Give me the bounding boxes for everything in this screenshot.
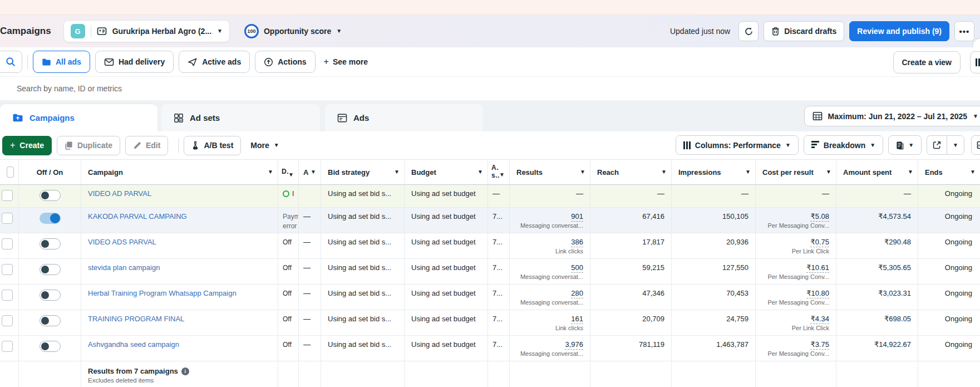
chevron-down-icon: ▼ [870,143,875,148]
actions-toolbar: + Create Duplicate Edit A/B test More ▼ … [0,131,980,159]
row-checkbox[interactable] [2,264,13,275]
edit-button[interactable]: Edit [125,136,168,155]
campaign-link[interactable]: KAKODA PARVAL CAMPAING [88,212,187,221]
campaign-link[interactable]: TRAINING PROGRAM FINAL [88,315,184,323]
col-bid-strategy[interactable]: Bid strategy▼ [321,160,405,184]
pencil-icon [133,141,141,150]
info-icon[interactable]: i [181,368,189,375]
col-delivery[interactable]: D…▼ [278,160,299,184]
sliders-icon [976,58,980,66]
open-external-icon [933,141,941,149]
campaign-link[interactable]: stevida plan campaign [88,263,160,272]
ab-test-button[interactable]: A/B test [184,136,241,155]
col-cost-per-result[interactable]: Cost per result▼ [756,160,836,184]
tab-campaigns[interactable]: Campaigns [0,104,157,131]
table-row: VIDEO ADS PARVAL Off — Using ad set bid … [0,233,980,259]
select-all-checkbox[interactable] [7,166,14,178]
filter-active-ads[interactable]: Active ads [179,51,250,73]
col-amount-spent[interactable]: Amount spent▼ [836,160,918,184]
see-more-filters[interactable]: + See more [324,57,368,67]
search-filter-button[interactable] [0,51,22,73]
filter-actions[interactable]: Actions [255,51,315,73]
sort-caret-icon: ▼ [970,169,976,175]
account-selector[interactable]: G Gurukripa Herbal Agro (2... ▼ [63,20,230,42]
export-split-button: ▼ [927,135,964,155]
col-reach[interactable]: Reach▼ [590,160,672,184]
campaign-toggle[interactable] [40,213,61,224]
row-checkbox[interactable] [2,315,13,326]
campaign-toggle[interactable] [40,238,61,249]
export-options-button[interactable]: ▼ [947,136,964,154]
chevron-down-icon: ▼ [336,28,342,34]
refresh-button[interactable] [738,21,759,41]
opportunity-score[interactable]: 100 Opportunity score ▼ [244,24,342,38]
export-button[interactable] [927,136,947,154]
tab-ads[interactable]: Ads [325,104,482,131]
account-name: Gurukripa Herbal Agro (2... [112,27,211,36]
chevron-down-icon: ▼ [908,143,914,148]
sort-caret-icon: ▼ [908,169,913,175]
col-off-on: Off / On [19,160,81,184]
discard-drafts-button[interactable]: Discard drafts [764,21,844,41]
tab-ad-sets[interactable]: Ad sets [161,104,320,131]
search-table-button-partial[interactable] [971,135,980,155]
filter-all-ads[interactable]: All ads [33,51,90,73]
search-icon [6,57,16,67]
col-ends[interactable]: Ends▼ [918,160,980,184]
campaign-toggle[interactable] [40,290,61,301]
campaign-link[interactable]: Ashvgandha seed campaign [88,340,179,349]
review-and-publish-button[interactable]: Review and publish (9) [849,21,949,41]
col-impressions[interactable]: Impressions▼ [672,160,756,184]
circle-arrow-icon [264,57,273,67]
campaign-toggle[interactable] [40,341,61,352]
sort-caret-icon: ▼ [311,169,316,175]
table-row: Herbal Training Program Whatsapp Campaig… [0,285,980,310]
breakdown-button[interactable]: Breakdown ▼ [804,135,883,155]
breakdown-icon [811,141,819,149]
reports-button[interactable]: ▼ [888,135,922,155]
sort-caret-icon: ▼ [394,169,400,175]
row-checkbox[interactable] [2,213,13,224]
campaign-link[interactable]: VIDEO ADS PARVAL [88,238,156,246]
campaign-toggle[interactable] [40,315,61,326]
campaign-link[interactable]: Herbal Training Program Whatsapp Campaig… [88,289,237,297]
columns-button[interactable]: Columns: Performance ▼ [676,135,799,155]
ellipsis-icon: ••• [959,27,970,36]
more-button[interactable]: More ▼ [246,136,283,155]
date-range-selector[interactable]: Maximum: Jun 21, 2022 – Jul 21, 2025 ▼ [804,106,980,126]
col-attribution[interactable]: A… s…▼ [488,160,510,184]
create-view-button[interactable]: Create a view [893,51,961,74]
table-row: TRAINING PROGRAM FINAL Off — Using ad se… [0,310,980,336]
sort-caret-icon: ▼ [826,169,831,175]
row-checkbox[interactable] [2,290,13,301]
campaign-toggle[interactable] [40,264,61,275]
app-header: Campaigns G Gurukripa Herbal Agro (2... … [0,15,980,47]
campaign-link[interactable]: VIDEO AD PARVAL [88,189,151,198]
create-button[interactable]: + Create [2,136,52,155]
duplicate-button[interactable]: Duplicate [57,136,120,155]
results-note: Excludes deleted items [88,377,271,384]
table-row: KAKODA PARVAL CAMPAING Paym error — Usin… [0,208,980,233]
sort-caret-icon: ▼ [499,172,505,178]
view-settings-button-partial[interactable] [970,51,980,74]
col-results[interactable]: Results▼ [510,160,590,184]
filter-had-delivery[interactable]: Had delivery [95,51,174,73]
row-checkbox[interactable] [2,190,13,201]
notification-banner-edge [0,0,980,15]
table-row: Ashvgandha seed campaign Off — Using ad … [0,336,980,361]
chart-icon [977,141,980,149]
sort-caret-icon: ▼ [745,169,751,175]
table-row: VIDEO AD PARVAL I Using ad set bid s... … [0,185,980,208]
filter-bar: All ads Had delivery Active ads Actions … [0,47,980,77]
row-checkbox[interactable] [2,238,13,249]
more-options-button[interactable]: ••• [954,21,974,41]
search-input[interactable] [17,84,351,93]
chevron-down-icon: ▼ [953,143,958,148]
col-campaign[interactable]: Campaign▼ [81,160,278,184]
col-budget[interactable]: Budget▼ [405,160,488,184]
campaign-toggle[interactable] [40,190,61,201]
row-checkbox[interactable] [2,341,13,352]
in-draft-icon [283,190,289,197]
columns-icon [683,141,691,149]
col-actions[interactable]: A▼ [299,160,321,184]
